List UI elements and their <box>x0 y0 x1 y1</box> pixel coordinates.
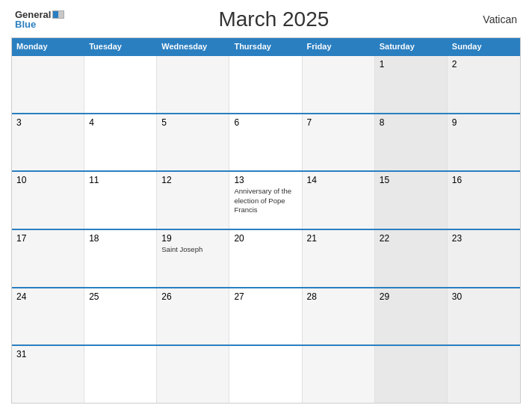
day-number: 3 <box>16 117 79 128</box>
day-number: 11 <box>89 175 152 185</box>
cal-cell-w2d4: 6 <box>229 114 302 171</box>
day-number: 23 <box>452 233 516 244</box>
cal-cell-w4d7: 23 <box>448 230 520 287</box>
day-number: 31 <box>16 349 79 359</box>
cal-cell-w5d7: 30 <box>448 288 520 345</box>
cal-cell-w3d5: 14 <box>303 172 375 229</box>
cal-cell-w1d5 <box>303 56 375 113</box>
cal-cell-w1d3 <box>157 56 229 113</box>
region-label: Vatican <box>483 13 517 25</box>
cal-cell-w3d4: 13Anniversary of the election of Pope Fr… <box>229 172 302 229</box>
day-number: 1 <box>380 59 442 69</box>
cal-cell-w3d1: 10 <box>12 172 84 229</box>
cal-cell-w4d2: 18 <box>84 230 157 287</box>
cal-cell-w2d7: 9 <box>448 114 520 171</box>
day-number: 6 <box>234 117 297 128</box>
calendar-week-6: 31 <box>12 344 520 403</box>
day-number: 5 <box>161 117 224 128</box>
col-monday: Monday <box>12 38 84 55</box>
day-number: 15 <box>380 175 442 185</box>
day-number: 21 <box>307 233 370 244</box>
day-number: 24 <box>16 291 79 302</box>
cal-cell-w6d2 <box>84 346 157 403</box>
calendar-body: 12345678910111213Anniversary of the elec… <box>12 55 520 403</box>
col-tuesday: Tuesday <box>84 38 157 55</box>
cal-cell-w5d3: 26 <box>157 288 229 345</box>
page: General Blue March 2025 Vatican Monday T… <box>0 0 532 411</box>
logo-blue-text: Blue <box>15 19 64 29</box>
cal-cell-w3d2: 11 <box>84 172 157 229</box>
cal-cell-w6d7 <box>448 346 520 403</box>
cal-cell-w2d2: 4 <box>84 114 157 171</box>
calendar-week-4: 171819Saint Joseph20212223 <box>12 229 520 287</box>
cal-cell-w4d6: 22 <box>375 230 448 287</box>
event-label: Saint Joseph <box>161 245 224 254</box>
calendar: Monday Tuesday Wednesday Thursday Friday… <box>11 37 521 404</box>
day-number: 28 <box>307 291 370 302</box>
calendar-header: Monday Tuesday Wednesday Thursday Friday… <box>12 38 520 55</box>
cal-cell-w1d1 <box>12 56 84 113</box>
day-number: 8 <box>380 117 442 128</box>
cal-cell-w2d1: 3 <box>12 114 84 171</box>
calendar-title: March 2025 <box>218 7 329 31</box>
cal-cell-w4d1: 17 <box>12 230 84 287</box>
col-wednesday: Wednesday <box>157 38 229 55</box>
day-number: 13 <box>234 175 297 185</box>
cal-cell-w1d2 <box>84 56 157 113</box>
col-sunday: Sunday <box>448 38 520 55</box>
day-number: 4 <box>89 117 152 128</box>
event-label: Anniversary of the election of Pope Fran… <box>234 187 297 214</box>
cal-cell-w3d3: 12 <box>157 172 229 229</box>
cal-cell-w1d6: 1 <box>375 56 448 113</box>
logo: General Blue <box>15 10 64 29</box>
logo-flag-icon <box>52 10 64 19</box>
cal-cell-w1d4 <box>229 56 302 113</box>
col-thursday: Thursday <box>229 38 302 55</box>
day-number: 14 <box>307 175 370 185</box>
cal-cell-w4d5: 21 <box>303 230 375 287</box>
calendar-week-5: 24252627282930 <box>12 287 520 345</box>
day-number: 17 <box>16 233 79 244</box>
cal-cell-w4d4: 20 <box>229 230 302 287</box>
day-number: 26 <box>161 291 224 302</box>
calendar-week-3: 10111213Anniversary of the election of P… <box>12 170 520 229</box>
cal-cell-w3d7: 16 <box>448 172 520 229</box>
cal-cell-w2d5: 7 <box>303 114 375 171</box>
cal-cell-w5d2: 25 <box>84 288 157 345</box>
cal-cell-w5d1: 24 <box>12 288 84 345</box>
day-number: 20 <box>234 233 297 244</box>
header: General Blue March 2025 Vatican <box>11 7 521 31</box>
col-saturday: Saturday <box>375 38 448 55</box>
col-friday: Friday <box>303 38 375 55</box>
day-number: 10 <box>16 175 79 185</box>
cal-cell-w6d5 <box>303 346 375 403</box>
day-number: 25 <box>89 291 152 302</box>
cal-cell-w6d1: 31 <box>12 346 84 403</box>
day-number: 22 <box>380 233 442 244</box>
day-number: 7 <box>307 117 370 128</box>
cal-cell-w2d6: 8 <box>375 114 448 171</box>
cal-cell-w6d4 <box>229 346 302 403</box>
day-number: 30 <box>452 291 516 302</box>
cal-cell-w3d6: 15 <box>375 172 448 229</box>
cal-cell-w1d7: 2 <box>448 56 520 113</box>
calendar-week-1: 12 <box>12 55 520 113</box>
cal-cell-w4d3: 19Saint Joseph <box>157 230 229 287</box>
day-number: 12 <box>161 175 224 185</box>
day-number: 9 <box>452 117 516 128</box>
cal-cell-w6d6 <box>375 346 448 403</box>
calendar-week-2: 3456789 <box>12 113 520 171</box>
cal-cell-w5d4: 27 <box>229 288 302 345</box>
day-number: 29 <box>380 291 442 302</box>
day-number: 19 <box>161 233 224 244</box>
day-number: 27 <box>234 291 297 302</box>
day-number: 2 <box>452 59 516 69</box>
day-number: 18 <box>89 233 152 244</box>
cal-cell-w2d3: 5 <box>157 114 229 171</box>
cal-cell-w5d5: 28 <box>303 288 375 345</box>
cal-cell-w6d3 <box>157 346 229 403</box>
cal-cell-w5d6: 29 <box>375 288 448 345</box>
day-number: 16 <box>452 175 516 185</box>
